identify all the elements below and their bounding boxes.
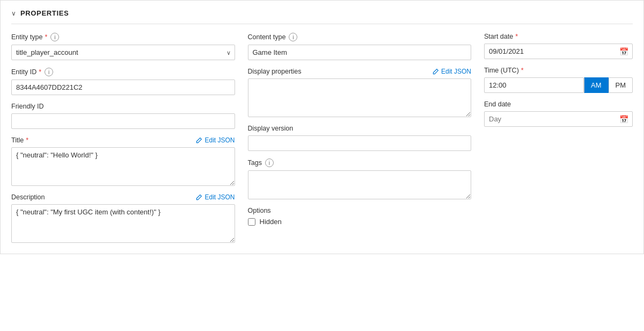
display-version-label: Display version [248,125,472,132]
properties-panel: ∨ PROPERTIES Entity type * i title_playe… [0,0,644,254]
pencil-icon [195,137,202,144]
am-pm-group: AM PM [584,77,633,93]
entity-type-info-icon[interactable]: i [50,33,59,41]
section-header: ∨ PROPERTIES [11,9,633,24]
content-type-input[interactable] [248,45,472,60]
title-required: * [26,136,28,144]
friendly-id-input[interactable] [11,113,235,129]
start-date-input[interactable] [484,44,633,59]
start-date-field: Start date * 📅 [484,33,633,59]
end-date-input-wrapper: 📅 [484,111,633,127]
description-edit-json-button[interactable]: Edit JSON [195,193,235,201]
content-type-label: Content type i [248,33,472,41]
time-required: * [521,67,524,74]
entity-type-field: Entity type * i title_player_account tit… [11,33,235,60]
title-textarea[interactable]: { "neutral": "Hello World!" } [11,147,235,186]
hidden-checkbox[interactable] [248,218,255,226]
entity-id-info-icon[interactable]: i [45,68,53,76]
main-layout: Entity type * i title_player_account tit… [11,33,633,243]
collapse-chevron[interactable]: ∨ [11,10,16,17]
title-edit-json-button[interactable]: Edit JSON [195,136,235,144]
content-type-field: Content type i [248,33,472,60]
right-column: Start date * 📅 Time (UTC) * AM [484,33,633,243]
options-label: Options [248,207,472,214]
entity-id-input[interactable] [11,80,235,95]
friendly-id-label: Friendly ID [11,103,235,110]
tags-info-icon[interactable]: i [265,159,274,167]
friendly-id-field: Friendly ID [11,103,235,129]
time-input[interactable] [484,77,584,93]
entity-id-required: * [39,68,41,76]
pencil-icon [195,194,202,201]
tags-label: Tags i [248,159,472,167]
start-date-required: * [515,33,518,40]
entity-type-select-wrapper: title_player_account title master_player… [11,45,235,60]
pm-button[interactable]: PM [609,77,633,93]
start-date-input-wrapper: 📅 [484,44,633,59]
left-column: Entity type * i title_player_account tit… [11,33,235,243]
time-row: AM PM [484,77,633,93]
entity-id-label: Entity ID * i [11,68,235,76]
title-field: Title * Edit JSON { "neutral": "Hello Wo… [11,136,235,186]
display-version-input[interactable] [248,135,472,151]
display-properties-textarea[interactable] [248,78,472,117]
display-properties-edit-json-button[interactable]: Edit JSON [432,68,471,75]
am-button[interactable]: AM [584,77,609,93]
end-date-field: End date 📅 [484,100,633,127]
display-properties-label: Display properties Edit JSON [248,68,472,75]
end-date-label: End date [484,100,633,108]
hidden-checkbox-label[interactable]: Hidden [260,218,282,226]
display-version-field: Display version [248,125,472,151]
middle-column: Content type i Display properties Edit J… [248,33,472,243]
description-label: Description Edit JSON [11,193,235,201]
entity-type-select[interactable]: title_player_account title master_player… [11,45,235,60]
end-date-input[interactable] [484,111,633,127]
options-section: Options Hidden [248,207,472,226]
entity-type-required: * [45,33,47,41]
section-title: PROPERTIES [20,9,69,17]
entity-type-label: Entity type * i [11,33,235,41]
title-label: Title * Edit JSON [11,136,235,144]
hidden-checkbox-row: Hidden [248,218,472,226]
tags-textarea[interactable] [248,170,472,199]
pencil-icon [432,68,439,75]
start-date-label: Start date * [484,33,633,40]
display-properties-field: Display properties Edit JSON [248,68,472,117]
description-field: Description Edit JSON { "neutral": "My f… [11,193,235,243]
content-type-info-icon[interactable]: i [289,33,297,41]
entity-id-field: Entity ID * i [11,68,235,95]
time-label: Time (UTC) * [484,67,633,74]
description-textarea[interactable]: { "neutral": "My first UGC item (with co… [11,204,235,243]
time-field: Time (UTC) * AM PM [484,67,633,93]
tags-field: Tags i [248,159,472,199]
